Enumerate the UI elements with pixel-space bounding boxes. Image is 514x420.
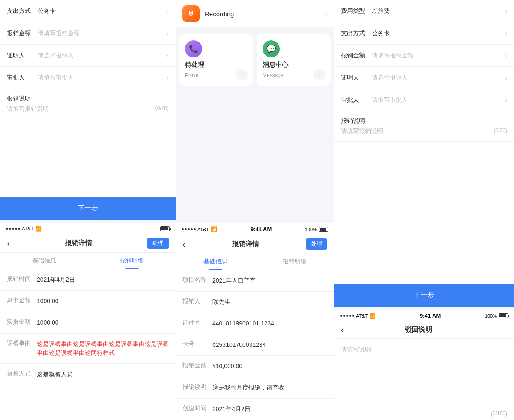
r-dot2 [343,315,345,317]
c-carrier: AT&T [197,227,209,232]
right-remark-label: 报销说明 [341,117,368,125]
c-battery-bar [319,227,328,232]
r-dot3 [346,315,348,317]
message-card[interactable]: 💬 消息中心 Message › [257,34,331,86]
reject-title: 驳回说明 [405,325,432,334]
c-label-card: 卡号 [182,340,212,348]
recording-left: 🎙 Recording [182,5,234,22]
c-label-amount: 报销金额 [182,362,212,369]
amount-row[interactable]: 报销金额 请填写报销金额 › [0,22,176,45]
c-value-person: 陈先生 [212,298,327,307]
expense-type-label: 费用类型 [341,7,368,15]
payment-method-chevron: › [167,7,169,15]
c-label-project: 项目名称 [182,276,212,284]
amount-value: 请填写报销金额 [34,30,163,37]
dot2 [9,228,11,230]
reject-phone: AT&T 📶 9:41 AM 100% ‹ 驳回说明 请填写说明 [334,310,514,420]
payment-method-value: 公务卡 [34,7,163,15]
panel-right: 费用类型 差旅费 › 支出方式 公务卡 › 报销金额 请填写报销金额 › 证明人… [334,0,514,420]
center-tab-detail[interactable]: 报销明细 [255,253,334,270]
c-dot2 [185,228,187,230]
detail-value-time: 2021年4月2日 [37,275,169,284]
action-button[interactable]: 处理 [147,238,169,249]
left-next-button[interactable]: 下一步 [0,197,176,220]
reject-status-time: 9:41 AM [420,313,441,319]
c-dot5 [194,228,196,230]
right-amount-label: 报销金额 [341,52,368,60]
r-battery-bar [499,313,508,318]
c-value-card: b253101700031234 [212,340,327,349]
center-tab-basic[interactable]: 基础信息 [176,253,255,270]
right-next-button[interactable]: 下一步 [334,284,514,307]
detail-label-card: 刷卡金额 [7,297,37,304]
c-value-amount: ¥10,000.00 [212,362,327,371]
detail-row-actual-amount: 实报金额 1000.00 [0,312,176,334]
detail-label-diners: 就餐人员 [7,370,37,378]
c-value-id: 44018119900101 1234 [212,319,327,328]
back-button[interactable]: ‹ [7,238,10,248]
right-amount-value: 请填写报销金额 [368,52,502,60]
message-title: 消息中心 [263,61,325,69]
center-back-button[interactable]: ‹ [182,239,185,249]
reject-status-bar: AT&T 📶 9:41 AM 100% [334,310,514,322]
right-remark-placeholder: 请填写报销说明 [341,128,383,135]
approver-value: 请填写审批人 [34,74,163,82]
right-approver-row[interactable]: 审批人 请填写审批人 › [334,89,514,111]
remark-label: 报销说明 [7,95,34,103]
wifi-icon: 📶 [35,226,42,232]
tab-basic[interactable]: 基础信息 [0,253,88,269]
center-bottom-title: 报销详情 [232,240,259,249]
amount-chevron: › [167,30,169,37]
right-payment-row[interactable]: 支出方式 公务卡 › [334,22,514,45]
panel-center: 🎙 Recording › 📞 待处理 Prove › 💬 消息中心 Messa… [176,0,334,420]
message-chevron[interactable]: › [314,69,326,80]
right-approver-label: 审批人 [341,96,368,104]
approver-row[interactable]: 审批人 请填写审批人 › [0,67,176,89]
recording-icon: 🎙 [182,5,200,22]
right-witness-row[interactable]: 证明人 请选择报销人 › [334,67,514,89]
tab-detail[interactable]: 报销明细 [88,253,176,269]
c-wifi-icon: 📶 [211,226,217,232]
r-battery-fill [499,314,506,317]
detail-row-reason: 误餐事由 这是误餐事由这是误餐事由这是误餐事由这是误餐事由这是误餐事由这两行样式 [0,334,176,364]
remark-content: 请填写报销说明 (0/20) [7,105,169,113]
payment-method-label: 支出方式 [7,7,34,15]
reject-textarea-placeholder: 请填写说明 [341,346,371,353]
center-action-button[interactable]: 处理 [306,238,327,250]
reject-signal [340,315,354,317]
right-approver-value: 请填写审批人 [368,96,502,104]
r-carrier: AT&T [356,313,368,319]
c-dot4 [191,228,193,230]
expense-type-chevron: › [505,7,507,15]
remark-row[interactable]: 报销说明 请填写报销说明 (0/20) [0,89,176,119]
recording-card[interactable]: 🎙 Recording › [176,0,334,27]
prove-card[interactable]: 📞 待处理 Prove › [179,34,253,86]
c-value-note: 这是我的月度报销，请查收 [212,383,327,392]
c-battery [319,227,328,232]
right-payment-chevron: › [505,30,507,37]
right-remark-row[interactable]: 报销说明 请填写报销说明 (0/20) [334,111,514,142]
right-amount-row[interactable]: 报销金额 请填写报销金额 › [334,45,514,67]
reject-textarea[interactable]: 请填写说明 [334,339,514,407]
center-signal [182,228,196,230]
reject-nav-bar: ‹ 驳回说明 [334,322,514,339]
center-status-left: AT&T 📶 [182,226,217,232]
r-dot1 [340,315,342,317]
payment-method-row[interactable]: 支出方式 公务卡 › [0,0,176,22]
detail-row-card-amount: 刷卡金额 1000.00 [0,291,176,312]
witness-row[interactable]: 证明人 请选择报销人 › [0,45,176,67]
center-bottom-phone: AT&T 📶 9:41 AM 100% ‹ 报销详情 处理 基础信息 报销明细 [176,223,334,420]
remark-count: (0/20) [155,105,169,111]
detail-row-time: 报销时间 2021年4月2日 [0,269,176,291]
carrier-text: AT&T [22,226,33,231]
left-bottom-status-left: AT&T 📶 [6,226,42,232]
signal-dots [6,228,20,230]
c-detail-note: 报销说明 这是我的月度报销，请查收 [176,377,334,399]
prove-chevron[interactable]: › [236,69,248,80]
detail-label-reason: 误餐事由 [7,340,37,347]
c-detail-created: 创建时间 2021年4月2日 [176,399,334,420]
reject-back-button[interactable]: ‹ [341,325,344,335]
reject-count: (0/150) [334,407,514,420]
r-wifi-icon: 📶 [369,313,376,319]
expense-type-row[interactable]: 费用类型 差旅费 › [334,0,514,22]
